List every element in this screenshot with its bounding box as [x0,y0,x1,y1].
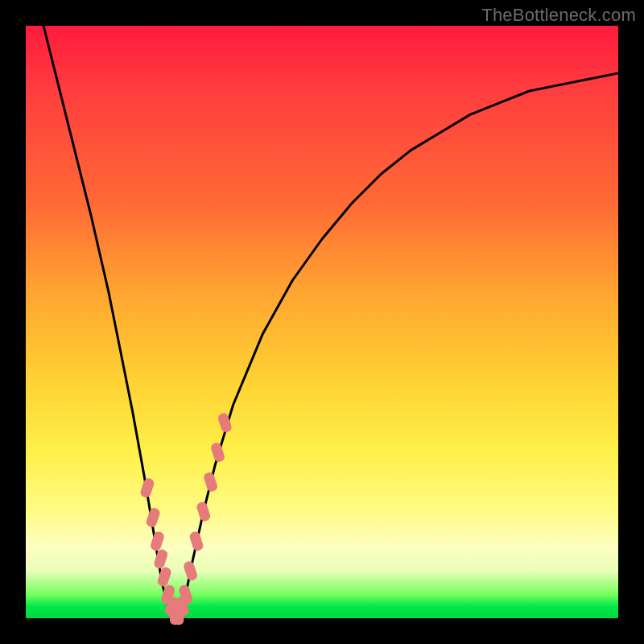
optimal-marker [196,501,212,522]
optimal-marker [145,506,161,528]
watermark-label: TheBottleneck.com [481,5,636,26]
bottleneck-curve [43,26,618,618]
optimal-marker [153,548,169,570]
optimal-marker [150,530,166,552]
plot-area [26,26,618,618]
curve-layer [26,26,618,618]
optimal-marker [139,477,155,499]
optimal-marker [188,530,204,552]
chart-frame: TheBottleneck.com [0,0,644,644]
optimal-marker [183,560,199,582]
optimal-marker [210,441,226,463]
optimal-marker [203,471,219,493]
